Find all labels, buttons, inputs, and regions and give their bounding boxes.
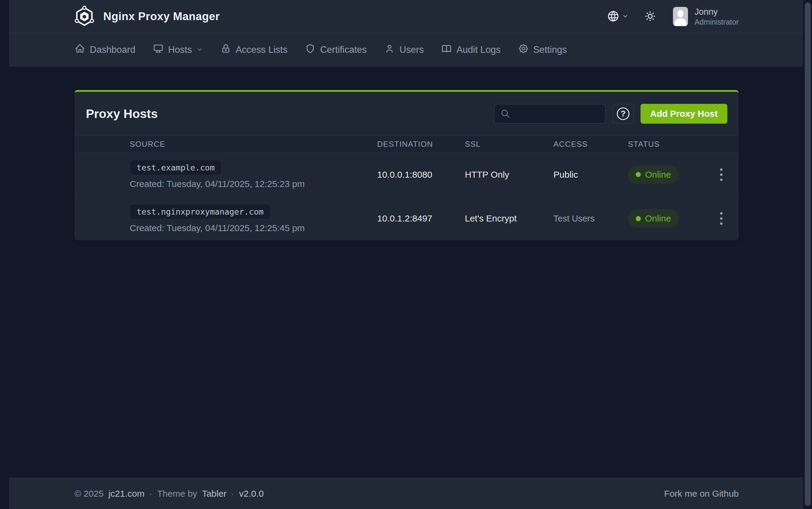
- table-body: test.example.com Created: Tuesday, 04/11…: [74, 153, 739, 240]
- status-badge: Online: [628, 166, 679, 184]
- ssl-value: Let's Encrypt: [465, 213, 553, 224]
- column-header-access: ACCESS: [553, 140, 628, 149]
- fork-github-link[interactable]: Fork me on Github: [664, 488, 739, 499]
- main-nav: Dashboard Hosts Access Lis: [9, 33, 803, 66]
- brand[interactable]: Nginx Proxy Manager: [74, 6, 220, 27]
- separator: ·: [149, 488, 152, 499]
- chevron-down-icon: [622, 13, 628, 21]
- domain-badge: test.example.com: [130, 160, 222, 175]
- nav-label: Certificates: [320, 44, 367, 55]
- scrollbar-thumb[interactable]: [805, 2, 811, 506]
- company-link[interactable]: jc21.com: [108, 488, 144, 499]
- status-dot-icon: [636, 172, 641, 177]
- created-date: Created: Tuesday, 04/11/2025, 12:25:23 p…: [130, 179, 377, 189]
- nav-label: Access Lists: [236, 44, 287, 55]
- nav-item-certificates[interactable]: Certificates: [305, 43, 367, 57]
- nav-label: Users: [399, 44, 424, 55]
- row-menu-button[interactable]: [717, 209, 725, 228]
- nav-item-hosts[interactable]: Hosts: [153, 43, 203, 57]
- language-button[interactable]: [607, 10, 628, 24]
- table-header: SOURCE DESTINATION SSL ACCESS STATUS: [74, 136, 739, 153]
- access-value: Public: [553, 170, 628, 180]
- column-header-status: STATUS: [628, 140, 704, 149]
- theme-link[interactable]: Tabler: [202, 488, 227, 499]
- row-menu-button[interactable]: [717, 165, 725, 184]
- access-value: Test Users: [553, 214, 628, 224]
- proxy-hosts-card: Proxy Hosts ? Add Proxy Host SOURCE DEST…: [74, 90, 739, 240]
- app-title: Nginx Proxy Manager: [103, 10, 220, 23]
- globe-icon: [607, 10, 619, 24]
- status-badge: Online: [628, 209, 679, 228]
- nav-item-settings[interactable]: Settings: [518, 43, 567, 57]
- column-header-ssl: SSL: [465, 140, 553, 149]
- search-input[interactable]: [494, 104, 606, 124]
- help-button[interactable]: ?: [612, 104, 634, 124]
- scrollbar-track: [804, 0, 812, 509]
- version-link[interactable]: v2.0.0: [239, 488, 264, 499]
- status-dot-icon: [636, 216, 641, 221]
- status-label: Online: [645, 213, 671, 224]
- nav-label: Audit Logs: [456, 44, 500, 55]
- domain-badge: test.nginxproxymanager.com: [130, 204, 270, 219]
- nav-item-dashboard[interactable]: Dashboard: [74, 43, 135, 57]
- monitor-icon: [153, 43, 164, 57]
- table-row[interactable]: test.example.com Created: Tuesday, 04/11…: [74, 153, 739, 197]
- footer: © 2025 jc21.com · Theme by Tabler · v2.0…: [9, 478, 803, 509]
- user-name: Jonny: [694, 6, 739, 17]
- nav-item-audit-logs[interactable]: Audit Logs: [441, 43, 500, 57]
- created-date: Created: Tuesday, 04/11/2025, 12:25:45 p…: [130, 223, 377, 233]
- ssl-value: HTTP Only: [465, 170, 553, 180]
- separator: ·: [231, 488, 234, 499]
- home-icon: [74, 43, 85, 57]
- destination-value: 10.0.0.1:8080: [377, 170, 465, 180]
- search-box: [494, 104, 606, 124]
- help-icon: ?: [617, 107, 629, 120]
- nav-item-access-lists[interactable]: Access Lists: [220, 43, 287, 57]
- theme-toggle-button[interactable]: [644, 10, 656, 23]
- user-menu[interactable]: Jonny Administrator: [673, 6, 739, 27]
- sun-icon: [644, 10, 656, 23]
- copyright-text: © 2025: [74, 488, 104, 499]
- column-header-source: SOURCE: [120, 140, 377, 149]
- nav-label: Dashboard: [90, 44, 135, 55]
- add-proxy-host-button[interactable]: Add Proxy Host: [641, 104, 727, 124]
- nav-label: Hosts: [168, 44, 192, 55]
- page-title: Proxy Hosts: [86, 107, 494, 121]
- chevron-down-icon: [196, 44, 203, 55]
- user-role: Administrator: [694, 18, 739, 27]
- user-icon: [384, 43, 395, 57]
- header: Nginx Proxy Manager: [9, 0, 803, 67]
- lock-icon: [220, 43, 231, 57]
- app-logo-icon: [74, 6, 94, 27]
- card-header: Proxy Hosts ? Add Proxy Host: [74, 92, 739, 136]
- column-header-destination: DESTINATION: [377, 140, 465, 149]
- destination-value: 10.0.1.2:8497: [377, 213, 465, 224]
- user-avatar: [673, 7, 688, 26]
- gear-icon: [518, 43, 529, 57]
- nav-item-users[interactable]: Users: [384, 43, 424, 57]
- table-row[interactable]: test.nginxproxymanager.com Created: Tues…: [74, 197, 739, 240]
- nav-label: Settings: [533, 44, 567, 55]
- topbar: Nginx Proxy Manager: [9, 0, 803, 33]
- search-icon: [500, 109, 510, 120]
- book-icon: [441, 43, 452, 57]
- status-label: Online: [645, 170, 671, 180]
- theme-prefix: Theme by: [157, 488, 197, 499]
- shield-icon: [305, 43, 316, 57]
